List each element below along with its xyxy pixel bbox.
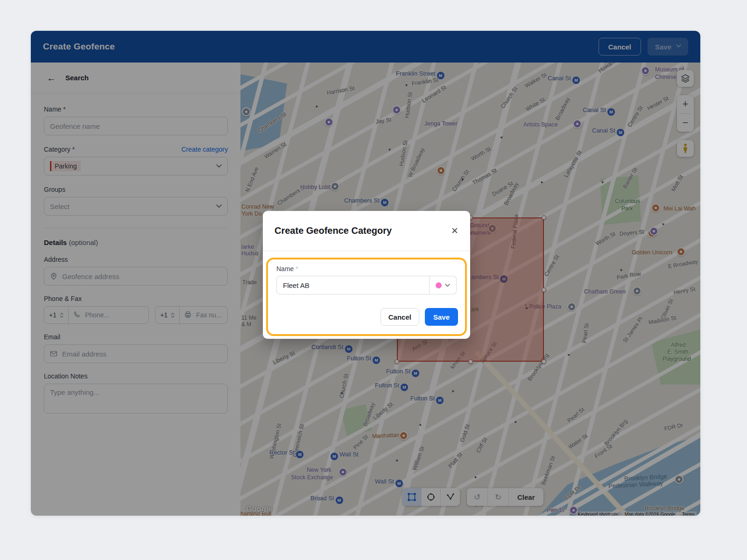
chevron-down-icon (445, 284, 450, 287)
category-name-input[interactable] (276, 276, 430, 294)
modal-header: Create Geofence Category ✕ (263, 211, 470, 251)
color-swatch (436, 282, 442, 288)
modal-cancel-button[interactable]: Cancel (381, 308, 419, 326)
modal-save-button[interactable]: Save (425, 308, 458, 326)
category-color-select[interactable] (430, 276, 457, 294)
highlight-outline: Name* Cancel Save (266, 258, 467, 336)
modal-title: Create Geofence Category (275, 225, 392, 236)
category-name-label: Name* (276, 265, 457, 273)
category-name-row (276, 276, 457, 294)
modal-footer: Cancel Save (381, 308, 458, 326)
app-window: Create Geofence Cancel Save ← Search Nam… (31, 31, 700, 516)
required-asterisk: * (296, 265, 298, 273)
close-icon[interactable]: ✕ (451, 226, 458, 235)
create-category-modal: Create Geofence Category ✕ Name* Cancel … (263, 211, 470, 339)
